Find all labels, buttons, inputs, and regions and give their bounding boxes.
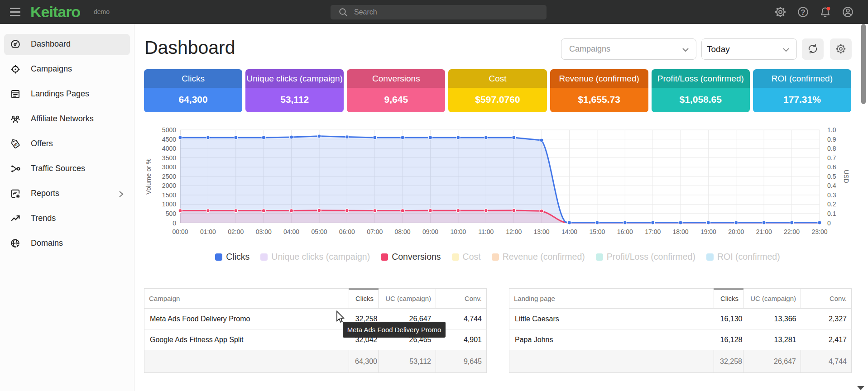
svg-text:2500: 2500 bbox=[162, 173, 176, 180]
svg-text:14:00: 14:00 bbox=[561, 228, 577, 235]
svg-text:0.7: 0.7 bbox=[827, 154, 836, 162]
svg-text:5000: 5000 bbox=[162, 126, 176, 134]
svg-text:0: 0 bbox=[173, 219, 176, 227]
svg-text:07:00: 07:00 bbox=[367, 228, 383, 235]
svg-text:00:00: 00:00 bbox=[172, 228, 188, 235]
svg-text:13:00: 13:00 bbox=[534, 228, 550, 235]
svg-text:USD: USD bbox=[843, 170, 850, 183]
svg-text:4500: 4500 bbox=[162, 136, 176, 143]
svg-text:1000: 1000 bbox=[162, 200, 176, 208]
svg-text:0.8: 0.8 bbox=[827, 145, 836, 152]
svg-text:06:00: 06:00 bbox=[339, 228, 355, 235]
svg-text:1.0: 1.0 bbox=[827, 126, 836, 134]
svg-text:0.5: 0.5 bbox=[827, 173, 836, 180]
svg-text:0.3: 0.3 bbox=[827, 191, 836, 199]
svg-text:0.2: 0.2 bbox=[827, 200, 836, 208]
svg-text:19:00: 19:00 bbox=[700, 228, 716, 235]
svg-text:20:00: 20:00 bbox=[728, 228, 744, 235]
svg-text:03:00: 03:00 bbox=[256, 228, 272, 235]
svg-text:0.4: 0.4 bbox=[827, 182, 836, 189]
svg-text:05:00: 05:00 bbox=[311, 228, 327, 235]
svg-text:0.1: 0.1 bbox=[827, 210, 836, 217]
svg-text:23:00: 23:00 bbox=[811, 228, 827, 235]
svg-text:02:00: 02:00 bbox=[228, 228, 244, 235]
svg-text:22:00: 22:00 bbox=[784, 228, 800, 235]
svg-text:?: ? bbox=[801, 8, 805, 17]
svg-text:Volume or %: Volume or % bbox=[145, 158, 152, 194]
svg-text:3500: 3500 bbox=[162, 154, 176, 162]
svg-text:15:00: 15:00 bbox=[589, 228, 605, 235]
svg-text:16:00: 16:00 bbox=[617, 228, 633, 235]
svg-text:0.9: 0.9 bbox=[827, 136, 836, 143]
svg-text:08:00: 08:00 bbox=[395, 228, 411, 235]
svg-text:4000: 4000 bbox=[162, 145, 176, 152]
svg-text:10:00: 10:00 bbox=[450, 228, 466, 235]
svg-text:1500: 1500 bbox=[162, 191, 176, 199]
svg-text:18:00: 18:00 bbox=[672, 228, 688, 235]
svg-text:21:00: 21:00 bbox=[756, 228, 772, 235]
svg-text:500: 500 bbox=[166, 210, 177, 217]
svg-text:0.6: 0.6 bbox=[827, 163, 836, 171]
svg-text:01:00: 01:00 bbox=[200, 228, 216, 235]
svg-text:0: 0 bbox=[827, 219, 831, 227]
svg-text:2000: 2000 bbox=[162, 182, 176, 189]
svg-text:09:00: 09:00 bbox=[422, 228, 438, 235]
svg-text:12:00: 12:00 bbox=[506, 228, 522, 235]
svg-text:3000: 3000 bbox=[162, 163, 176, 171]
svg-text:04:00: 04:00 bbox=[283, 228, 299, 235]
svg-text:17:00: 17:00 bbox=[645, 228, 661, 235]
svg-text:11:00: 11:00 bbox=[478, 228, 494, 235]
